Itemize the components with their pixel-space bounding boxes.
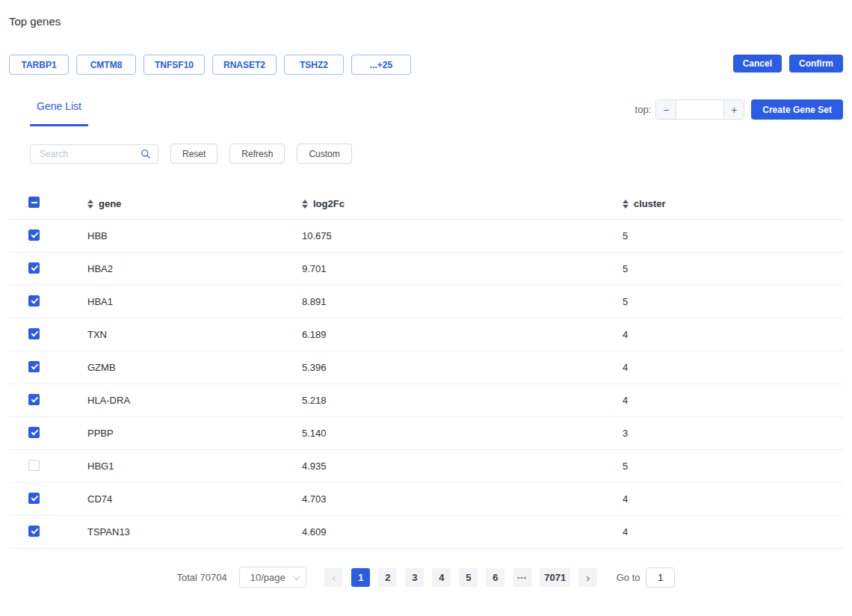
more-pages-ellipsis-icon[interactable]: ••• (513, 568, 531, 587)
confirm-button[interactable]: Confirm (789, 55, 843, 73)
cell-log2fc: 9.701 (302, 263, 623, 274)
tab-gene-list-label: Gene List (30, 99, 88, 113)
column-header-cluster: cluster (623, 198, 843, 209)
page-button-3[interactable]: 3 (405, 568, 424, 587)
cell-cluster: 4 (623, 329, 843, 340)
gene-chip-more[interactable]: ...+25 (351, 55, 411, 75)
next-page-button[interactable]: › (578, 568, 597, 587)
cell-log2fc: 4.609 (302, 526, 623, 538)
page-button-2[interactable]: 2 (378, 568, 397, 587)
cell-cluster: 5 (623, 461, 843, 472)
cell-gene: TXN (87, 329, 302, 340)
sort-icon[interactable] (302, 200, 308, 209)
cell-cluster: 3 (623, 428, 843, 439)
page-size-select[interactable]: 10/page (239, 567, 306, 588)
cell-log2fc: 4.703 (302, 493, 623, 505)
refresh-button[interactable]: Refresh (229, 144, 285, 164)
cell-cluster: 5 (623, 263, 843, 274)
row-checkbox[interactable] (28, 460, 40, 471)
gene-chip[interactable]: CMTM8 (76, 55, 136, 75)
cell-gene: PPBP (87, 428, 302, 439)
page-size-value: 10/page (250, 572, 285, 583)
row-checkbox[interactable] (28, 361, 40, 372)
stepper-increase-button[interactable]: + (723, 100, 744, 119)
table-row: PPBP 5.140 3 (9, 417, 843, 450)
table-row: HBA2 9.701 5 (9, 253, 843, 286)
table-row: HLA-DRA 5.218 4 (9, 384, 843, 417)
select-all-checkbox[interactable] (28, 197, 40, 208)
gene-chip-list: TARBP1 CMTM8 TNFSF10 RNASET2 TSHZ2 ...+2… (9, 55, 411, 75)
page-button-5[interactable]: 5 (459, 568, 478, 587)
cell-gene: GZMB (87, 362, 302, 373)
table-row: HBA1 8.891 5 (9, 286, 843, 318)
prev-page-button[interactable]: ‹ (324, 568, 343, 587)
column-header-gene-label: gene (99, 198, 121, 209)
row-checkbox[interactable] (28, 526, 40, 537)
page-button-6[interactable]: 6 (486, 568, 504, 587)
row-checkbox[interactable] (28, 328, 40, 339)
sort-icon[interactable] (623, 200, 629, 209)
top-genes-panel: Top genes TARBP1 CMTM8 TNFSF10 RNASET2 T… (0, 0, 852, 588)
gene-chip[interactable]: TARBP1 (9, 55, 69, 75)
page-title: Top genes (9, 15, 843, 28)
reset-button[interactable]: Reset (170, 144, 217, 164)
tab-active-underline (30, 124, 88, 126)
table-row: TSPAN13 4.609 4 (9, 516, 843, 549)
column-header-log2fc: log2Fc (302, 198, 623, 209)
cell-cluster: 5 (623, 296, 843, 307)
cell-cluster: 4 (623, 362, 843, 373)
table-row: CD74 4.703 4 (9, 483, 843, 516)
custom-button[interactable]: Custom (297, 144, 351, 164)
gene-table: gene log2Fc cluster HBB 10.675 5 HBA2 9.… (9, 188, 843, 549)
column-header-log2fc-label: log2Fc (313, 198, 345, 209)
sort-icon[interactable] (87, 200, 93, 209)
selected-genes-row: TARBP1 CMTM8 TNFSF10 RNASET2 TSHZ2 ...+2… (9, 55, 843, 75)
page-button-1[interactable]: 1 (351, 568, 370, 587)
gene-chip[interactable]: TSHZ2 (284, 55, 344, 75)
cell-cluster: 4 (623, 526, 843, 538)
pagination-bar: Total 70704 10/page ‹ 1 2 3 4 5 6 ••• 70… (9, 567, 843, 588)
row-checkbox[interactable] (28, 295, 40, 307)
column-header-cluster-label: cluster (634, 198, 666, 209)
row-checkbox[interactable] (28, 394, 40, 405)
create-gene-set-button[interactable]: Create Gene Set (751, 99, 843, 120)
row-checkbox[interactable] (28, 493, 40, 504)
search-icon[interactable] (141, 149, 151, 159)
cell-log2fc: 8.891 (302, 296, 623, 307)
table-toolbar: Reset Refresh Custom (9, 144, 843, 164)
table-header-row: gene log2Fc cluster (9, 188, 843, 220)
cell-cluster: 4 (623, 395, 843, 406)
column-header-gene: gene (87, 198, 302, 209)
table-row: TXN 6.189 4 (9, 318, 843, 351)
row-checkbox[interactable] (28, 230, 40, 241)
chevron-down-icon (293, 573, 300, 580)
stepper-decrease-button[interactable]: − (656, 100, 676, 119)
top-n-input[interactable] (676, 100, 723, 119)
gene-chip[interactable]: TNFSF10 (143, 55, 205, 75)
page-button-4[interactable]: 4 (432, 568, 451, 587)
pagination-total: Total 70704 (177, 572, 227, 583)
row-checkbox[interactable] (28, 427, 40, 438)
cell-gene: HLA-DRA (87, 395, 302, 406)
cell-gene: HBG1 (87, 461, 302, 472)
cell-cluster: 4 (623, 493, 843, 505)
table-row: HBB 10.675 5 (9, 220, 843, 253)
goto-page-input[interactable] (646, 567, 675, 588)
row-checkbox[interactable] (28, 262, 40, 274)
top-n-stepper: − + (655, 99, 744, 120)
gene-chip[interactable]: RNASET2 (212, 55, 277, 75)
cell-gene: HBA2 (87, 263, 302, 274)
page-button-last[interactable]: 7071 (540, 568, 570, 587)
cell-gene: CD74 (87, 493, 302, 505)
table-body: HBB 10.675 5 HBA2 9.701 5 HBA1 8.891 5 T… (9, 220, 843, 549)
cancel-button[interactable]: Cancel (733, 55, 782, 73)
top-n-controls: top: − + Create Gene Set (635, 99, 843, 120)
tab-gene-list[interactable]: Gene List (30, 99, 88, 126)
search-input[interactable] (31, 145, 158, 163)
tab-bar: Gene List top: − + Create Gene Set (9, 99, 843, 126)
goto-page-control: Go to (617, 567, 676, 588)
cell-log2fc: 6.189 (302, 329, 623, 340)
cell-log2fc: 5.396 (302, 362, 623, 373)
cell-log2fc: 10.675 (302, 230, 623, 241)
cell-gene: HBB (87, 230, 302, 241)
